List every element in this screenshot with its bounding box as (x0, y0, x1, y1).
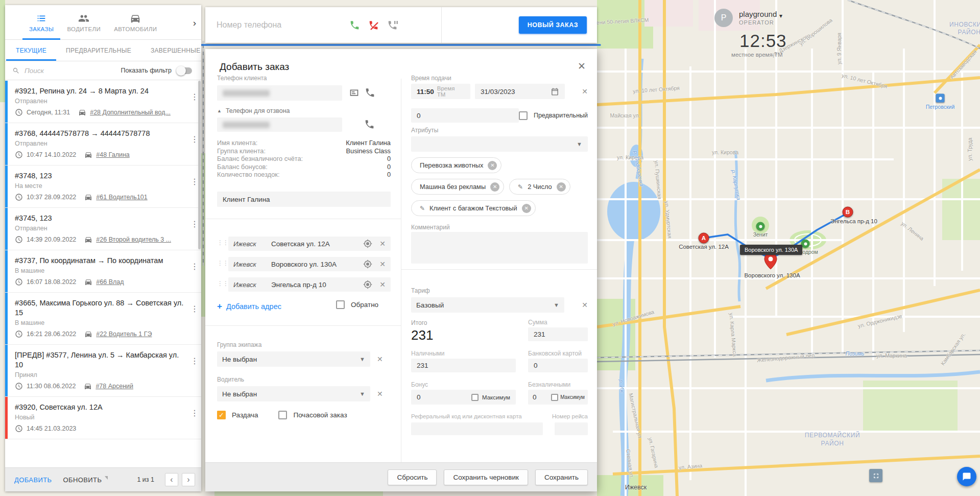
cash-field[interactable]: 231 (411, 359, 516, 372)
order-driver-link[interactable]: #61 Водитель101 (96, 194, 147, 201)
tab-cars[interactable]: АВТОМОБИЛИ (107, 5, 163, 40)
poi-icon[interactable] (936, 94, 945, 103)
sum-field[interactable]: 231 (528, 327, 588, 341)
crew-group-select[interactable]: Не выбран ▼ (217, 351, 370, 367)
poi-icon[interactable] (801, 240, 810, 248)
locate-on-map-icon[interactable] (363, 280, 372, 289)
remove-chip-icon[interactable]: ✕ (488, 161, 497, 170)
remove-chip-icon[interactable]: ✕ (490, 182, 499, 192)
order-driver-link[interactable]: #26 Второй водитель 3 ... (96, 236, 171, 243)
pickup-date-field[interactable]: 31/03/2023 (475, 84, 565, 99)
order-list-item[interactable]: #3748, 123 На месте 10:37 28.09.2022 #61… (5, 166, 201, 208)
bonus-max-checkbox[interactable] (471, 394, 479, 401)
order-list-item[interactable]: #3921, Репина ул. 24 → 8 Марта ул. 24 От… (5, 81, 201, 123)
hourly-checkbox[interactable] (278, 411, 287, 419)
return-checkbox[interactable] (336, 300, 345, 309)
address-field[interactable]: Ижевск Советская ул. 12А ✕ (228, 237, 391, 251)
hold-call-icon[interactable] (387, 20, 398, 31)
preliminary-checkbox[interactable] (519, 111, 528, 120)
order-menu-button[interactable]: ⋮ (190, 356, 197, 366)
flight-field[interactable] (555, 422, 588, 435)
callback-phone-toggle[interactable]: ▲ Телефон для отзвона (217, 107, 290, 114)
order-list-item[interactable]: #3768, 444447578778 → 444447578778 Отпра… (5, 123, 201, 166)
order-list-item[interactable]: #3745, 123 Отправлен 14:39 20.09.2022 #2… (5, 208, 201, 250)
prev-page-button[interactable]: ‹ (165, 473, 178, 486)
tab-orders[interactable]: ЗАКАЗЫ (22, 5, 60, 40)
next-page-button[interactable]: › (182, 473, 195, 486)
drag-handle-icon[interactable]: ⋮⋮ (217, 259, 228, 267)
tabs-overflow-chevron-icon[interactable]: › (193, 17, 196, 29)
tariff-select[interactable]: Базовый ▼ (411, 297, 564, 313)
order-driver-link[interactable]: #48 Галина (96, 151, 129, 158)
attribute-chip[interactable]: ✎ 2 Число ✕ (509, 179, 570, 195)
chat-button[interactable] (957, 467, 976, 486)
reset-button[interactable]: Сбросить (388, 469, 437, 485)
order-driver-link[interactable]: #78 Арсений (95, 383, 133, 390)
add-order-button[interactable]: ДОБАВИТЬ (14, 476, 52, 484)
expand-map-button[interactable] (869, 469, 882, 482)
destination-pin-icon[interactable] (764, 252, 777, 270)
phone-number-input[interactable] (216, 20, 343, 30)
user-menu-caret-icon[interactable]: ▾ (779, 12, 782, 19)
answer-call-icon[interactable] (349, 20, 360, 31)
remove-address-icon[interactable]: ✕ (379, 280, 386, 289)
route-point-marker[interactable]: B (843, 207, 853, 218)
order-list-item[interactable]: #3737, По координатам → По координатам В… (5, 250, 201, 293)
tab-drivers[interactable]: ВОДИТЕЛИ (60, 5, 107, 40)
order-menu-button[interactable]: ⋮ (190, 304, 197, 314)
locate-on-map-icon[interactable] (363, 239, 372, 248)
filter-toggle[interactable] (178, 67, 192, 74)
orders-scrollbar[interactable] (198, 81, 201, 249)
order-driver-link[interactable]: #28 Дополнительный вод... (90, 109, 171, 116)
address-field[interactable]: Ижевск Энгельса пр-д 10 ✕ (228, 277, 391, 292)
clear-tariff-icon[interactable]: ✕ (582, 301, 588, 309)
close-icon[interactable]: ✕ (578, 60, 586, 72)
callback-phone-field[interactable] (217, 117, 342, 132)
preliminary-offset-field[interactable]: 0 (411, 108, 519, 123)
save-draft-button[interactable]: Сохранить черновик (444, 469, 528, 485)
clear-driver-icon[interactable]: ✕ (377, 390, 383, 398)
subtab-preliminary[interactable]: ПРЕДВАРИТЕЛЬНЫЕ (56, 40, 141, 61)
client-name-field[interactable]: Клиент Галина (217, 192, 391, 207)
order-menu-button[interactable]: ⋮ (190, 134, 197, 144)
noncash-field[interactable]: 0 Максимум (528, 390, 588, 405)
new-order-button[interactable]: НОВЫЙ ЗАКАЗ (519, 16, 587, 34)
pickup-time-field[interactable]: 11:50 Время ТМ (411, 84, 470, 99)
attribute-chip[interactable]: ✎ Клиент с багажом Текстовый ✕ (411, 200, 536, 216)
attribute-chip[interactable]: Перевозка животных ✕ (411, 157, 501, 173)
order-list-item[interactable]: #3665, Максима Горького ул. 88 → Советск… (5, 293, 201, 345)
call-callback-icon[interactable] (364, 119, 375, 130)
add-address-button[interactable]: + Добавить адрес (217, 301, 281, 312)
client-phone-field[interactable] (217, 85, 342, 101)
bonus-field[interactable]: 0 Максимум (411, 390, 516, 405)
drag-handle-icon[interactable]: ⋮⋮ (217, 280, 228, 287)
order-list-item[interactable]: #3920, Советская ул. 12А Новый 14:45 21.… (5, 397, 201, 439)
clear-date-icon[interactable]: ✕ (582, 87, 588, 96)
noncash-max-checkbox[interactable] (551, 394, 558, 401)
save-button[interactable]: Сохранить (535, 469, 588, 485)
calendar-icon[interactable] (551, 87, 559, 96)
order-menu-button[interactable]: ⋮ (190, 219, 197, 229)
remove-address-icon[interactable]: ✕ (379, 260, 386, 268)
clear-crew-group-icon[interactable]: ✕ (377, 355, 383, 363)
search-input[interactable] (23, 66, 80, 75)
order-menu-button[interactable]: ⋮ (190, 262, 197, 271)
drag-handle-icon[interactable]: ⋮⋮ (217, 239, 228, 246)
order-menu-button[interactable]: ⋮ (190, 177, 197, 186)
remove-chip-icon[interactable]: ✕ (522, 204, 531, 213)
comment-input[interactable] (411, 232, 588, 264)
order-menu-button[interactable]: ⋮ (190, 92, 197, 102)
route-point-marker[interactable]: A (699, 233, 709, 244)
subtab-current[interactable]: ТЕКУЩИЕ (6, 40, 56, 61)
distribution-checkbox[interactable]: ✓ (217, 411, 226, 419)
attributes-select[interactable]: ▼ (411, 136, 588, 152)
decline-call-icon[interactable] (368, 20, 379, 31)
refresh-button[interactable]: ОБНОВИТЬ (63, 476, 102, 484)
remove-chip-icon[interactable]: ✕ (557, 182, 566, 192)
remove-address-icon[interactable]: ✕ (379, 240, 386, 248)
contact-list-icon[interactable] (349, 87, 360, 98)
attribute-chip[interactable]: Машина без рекламы ✕ (411, 179, 504, 195)
card-field[interactable]: 0 (528, 359, 588, 372)
order-list-item[interactable]: [ПРЕДВ] #3577, Ленина ул. 5 → Камбарская… (5, 345, 201, 397)
avatar[interactable]: P (714, 9, 733, 27)
